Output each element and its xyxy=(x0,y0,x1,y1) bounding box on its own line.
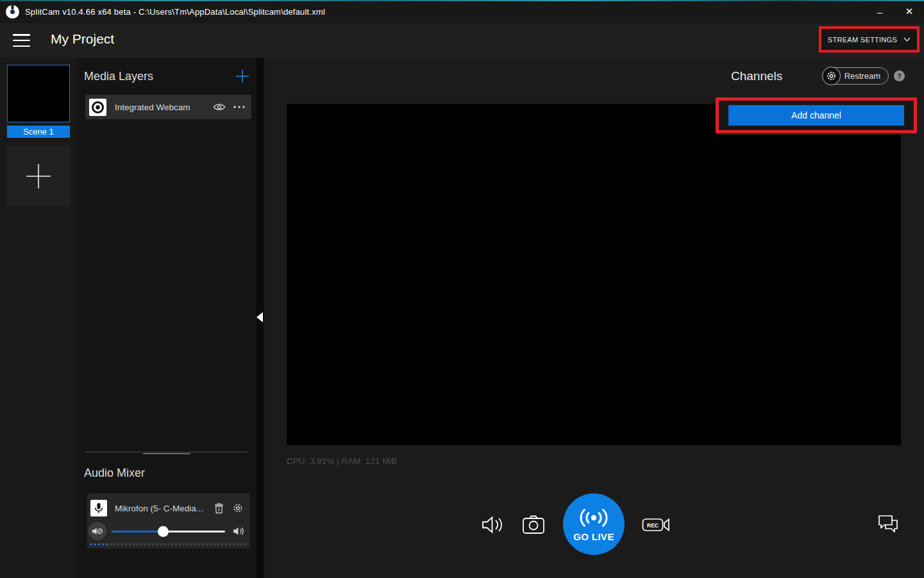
chat-button[interactable] xyxy=(875,512,902,538)
window-title: SplitCam v10.4.66 x64 beta - C:\Users\Tm… xyxy=(25,7,325,17)
stream-settings-annotation[interactable]: STREAM SETTINGS xyxy=(819,26,920,53)
panel-resize-handle[interactable] xyxy=(143,453,190,454)
panel-divider xyxy=(85,452,248,452)
settings-gear-icon[interactable] xyxy=(232,502,244,514)
webcam-layer-icon xyxy=(89,99,106,116)
stream-settings-label[interactable]: STREAM SETTINGS xyxy=(828,36,897,44)
audio-mixer-item: Mikrofon (5- C-Media... xyxy=(87,493,250,549)
media-layers-title: Media Layers xyxy=(84,70,153,83)
chevron-down-icon xyxy=(903,37,911,42)
scene-thumbnail[interactable] xyxy=(7,65,70,122)
splitcam-window: SplitCam v10.4.66 x64 beta - C:\Users\Tm… xyxy=(0,0,924,578)
restream-button[interactable]: Restream xyxy=(823,67,889,85)
volume-slider[interactable] xyxy=(112,531,225,533)
go-live-label: GO LIVE xyxy=(573,531,614,542)
restream-label: Restream xyxy=(844,71,880,81)
restream-logo-icon xyxy=(822,67,841,85)
go-live-button[interactable]: GO LIVE xyxy=(563,493,625,555)
title-bar: SplitCam v10.4.66 x64 beta - C:\Users\Tm… xyxy=(0,0,924,23)
speaker-icon xyxy=(233,526,245,536)
chat-bubbles-icon xyxy=(877,514,900,536)
mixer-source-label: Mikrofon (5- C-Media... xyxy=(115,504,214,513)
minimize-button[interactable]: – xyxy=(865,0,895,23)
rec-camcorder-icon: REC xyxy=(642,516,670,534)
collapse-panel-arrow-icon[interactable] xyxy=(256,312,263,322)
plus-icon xyxy=(25,163,52,190)
volume-slider-thumb[interactable] xyxy=(158,526,169,537)
help-icon[interactable]: ? xyxy=(894,70,905,81)
svg-text:REC: REC xyxy=(647,522,659,529)
visibility-eye-icon[interactable] xyxy=(213,103,226,111)
volume-slider-fill xyxy=(112,531,164,533)
app-header: My Project xyxy=(0,23,924,58)
mute-button[interactable] xyxy=(88,522,106,540)
audio-level-meter xyxy=(90,543,247,545)
add-scene-button[interactable] xyxy=(7,145,70,207)
speaker-output-button[interactable] xyxy=(480,512,505,538)
scenes-sidebar: Scene 1 xyxy=(0,58,77,578)
delete-trash-icon[interactable] xyxy=(214,503,224,514)
project-title: My Project xyxy=(51,31,114,47)
layer-label: Integrated Webcam xyxy=(115,103,213,112)
layer-menu-ellipsis-icon[interactable] xyxy=(233,106,245,108)
media-layers-panel: Media Layers Integrated Webcam xyxy=(77,58,256,578)
add-channel-annotation: Add channel xyxy=(716,97,917,133)
audio-mixer-title: Audio Mixer xyxy=(84,467,145,480)
channels-title: Channels xyxy=(731,69,782,83)
add-layer-plus-icon[interactable] xyxy=(235,69,249,83)
audio-level-meter-active xyxy=(90,543,109,545)
close-button[interactable]: ✕ xyxy=(895,0,924,23)
scene-item[interactable]: Scene 1 xyxy=(7,65,70,138)
speaker-icon xyxy=(482,515,503,534)
scene-label[interactable]: Scene 1 xyxy=(7,126,70,138)
menu-icon[interactable] xyxy=(13,34,30,47)
broadcast-icon xyxy=(577,507,610,529)
performance-stats: CPU: 3.91% | RAM: 121 MiB xyxy=(287,456,397,466)
record-button[interactable]: REC xyxy=(641,515,671,535)
layer-item-integrated-webcam[interactable]: Integrated Webcam xyxy=(85,95,251,119)
speaker-muted-icon xyxy=(92,527,103,536)
splitcam-logo-icon xyxy=(5,4,20,19)
snapshot-button[interactable] xyxy=(521,513,546,537)
window-top-edge xyxy=(0,0,924,1)
add-channel-button[interactable]: Add channel xyxy=(728,105,904,126)
camera-icon xyxy=(522,515,545,535)
microphone-icon xyxy=(90,500,107,516)
video-preview[interactable] xyxy=(287,104,901,445)
